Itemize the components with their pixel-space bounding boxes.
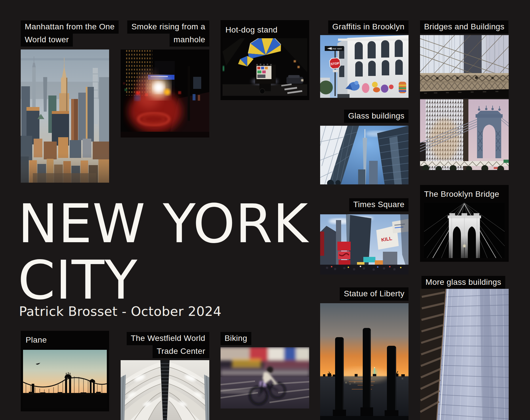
caption-westfield-line2: Trade Center [153, 345, 209, 358]
photo-westfield-oculus[interactable] [121, 360, 209, 420]
caption-westfield-line1: The Westfield World [127, 332, 209, 345]
photo-hotdog-stand[interactable] [223, 38, 307, 96]
photo-manhole-smoke[interactable] [121, 49, 209, 138]
statue-of-liberty-illustration [320, 303, 409, 420]
caption-times-square: Times Square [349, 198, 409, 211]
plane-sunset-illustration [23, 350, 107, 408]
caption-statue: Statue of Liberty [340, 287, 409, 301]
graffitis-illustration: ONE WAY STOP [320, 35, 409, 98]
caption-manhattan-line2: World tower [21, 33, 73, 47]
page-title: NEW YORK CITY [18, 196, 308, 308]
page-title-line2: CITY [18, 252, 308, 308]
photo-bridge-deck[interactable] [420, 35, 509, 98]
glass-buildings-illustration [320, 126, 409, 184]
bridge-deck-illustration [420, 35, 509, 98]
photo-manhattan-skyline[interactable] [21, 49, 109, 183]
photo-manhattan-bridge[interactable] [420, 99, 509, 170]
caption-brooklyn-bridge: The Brooklyn Bridge [424, 190, 499, 198]
biking-motion-blur-illustration [221, 347, 309, 408]
manhattan-skyline-illustration [21, 49, 109, 183]
page-subtitle: Patrick Brosset - October 2024 [19, 304, 221, 319]
card-brooklyn-bridge[interactable]: The Brooklyn Bridge [420, 185, 509, 262]
photo-graffitis[interactable]: ONE WAY STOP [320, 35, 409, 98]
photo-brooklyn-bridge[interactable] [424, 203, 505, 258]
one-way-sign-text: ONE WAY [332, 47, 343, 50]
page-title-line1: NEW YORK [18, 196, 308, 252]
photo-times-square[interactable]: KILL [320, 214, 409, 274]
card-plane[interactable]: Plane [21, 331, 109, 411]
more-glass-illustration [420, 289, 509, 420]
caption-more-glass: More glass buildings [421, 276, 505, 289]
caption-graffitis: Graffitis in Brooklyn [328, 20, 409, 34]
card-hotdog[interactable]: Hot-dog stand [221, 20, 309, 100]
photo-more-glass[interactable] [420, 289, 509, 420]
caption-bridges: Bridges and Buildings [420, 20, 508, 34]
caption-plane: Plane [26, 336, 47, 344]
hotdog-stand-illustration [223, 38, 307, 96]
brooklyn-bridge-illustration [424, 203, 505, 258]
times-square-illustration: KILL [320, 214, 409, 274]
gallery-page: Manhattan from the One World tower [0, 0, 530, 420]
photo-statue-of-liberty[interactable] [320, 303, 409, 420]
photo-plane[interactable] [23, 350, 107, 408]
caption-smoke-line2: manhole [170, 33, 209, 47]
oculus-interior-illustration [121, 360, 209, 420]
caption-glass: Glass buildings [344, 110, 409, 123]
caption-smoke-line1: Smoke rising from a [127, 20, 209, 34]
manhattan-bridge-illustration [420, 99, 509, 170]
caption-hotdog: Hot-dog stand [225, 26, 278, 34]
caption-manhattan-line1: Manhattan from the One [21, 20, 119, 34]
photo-biking[interactable] [221, 347, 309, 408]
manhole-smoke-illustration [121, 49, 209, 138]
caption-biking: Biking [221, 332, 251, 345]
photo-glass-buildings[interactable] [320, 126, 409, 184]
